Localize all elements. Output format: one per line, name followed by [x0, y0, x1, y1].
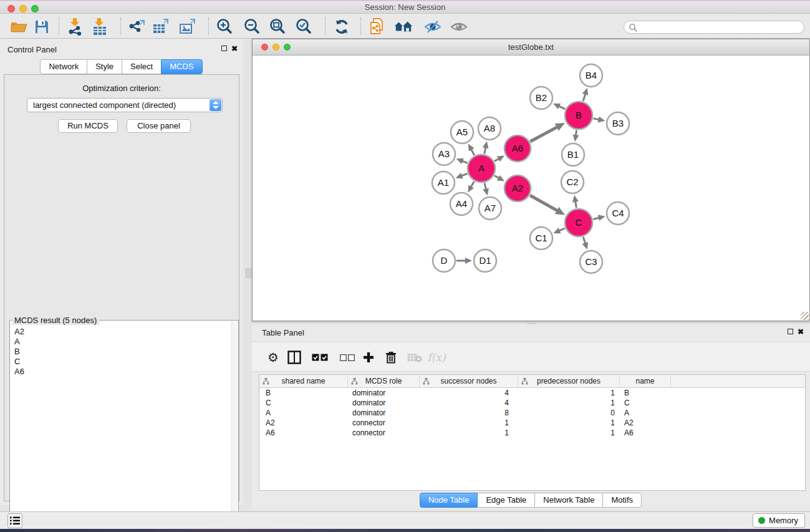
float-table-panel-icon[interactable]: [788, 329, 793, 334]
close-panel-icon[interactable]: ✖: [231, 46, 238, 52]
zoom-in-button[interactable]: [215, 17, 234, 36]
memory-label: Memory: [769, 516, 798, 525]
graph-node-label-B4: B4: [586, 70, 597, 80]
column-header-MCDS-role[interactable]: MCDS role: [348, 375, 420, 388]
tab-motifs[interactable]: Motifs: [602, 493, 642, 508]
import-network-button[interactable]: [66, 17, 85, 36]
export-table-button[interactable]: [152, 17, 170, 36]
control-panel-title: Control Panel: [7, 45, 57, 54]
eye-icon: [450, 20, 468, 34]
mcds-result-item[interactable]: B: [10, 347, 232, 357]
table-row[interactable]: Bdominator41B: [259, 389, 805, 399]
close-table-panel-icon[interactable]: ✖: [798, 329, 804, 335]
edge-A2-C[interactable]: [530, 195, 558, 211]
save-session-button[interactable]: [32, 17, 51, 36]
table-row[interactable]: A2connector11A2: [259, 418, 805, 428]
open-session-button[interactable]: [9, 17, 28, 36]
minimize-network-light[interactable]: [272, 44, 279, 51]
tab-mcds[interactable]: MCDS: [161, 59, 202, 74]
tab-network[interactable]: Network: [40, 59, 87, 74]
run-mcds-button[interactable]: Run MCDS: [58, 119, 118, 133]
zoom-selected-button[interactable]: [294, 17, 313, 36]
cell-name: A2: [620, 418, 671, 428]
zoom-window-light[interactable]: [31, 5, 39, 12]
delete-column-button[interactable]: [382, 348, 400, 367]
graph-node-label-B1: B1: [567, 149, 579, 160]
table-row[interactable]: Adominator80A: [259, 409, 805, 418]
mcds-list-scrollbar[interactable]: [231, 321, 238, 532]
export-image-button[interactable]: [178, 17, 197, 36]
zoom-selected-icon: [295, 18, 312, 36]
mcds-result-item[interactable]: A6: [10, 367, 232, 377]
column-header-shared-name[interactable]: shared name: [259, 375, 348, 388]
zoom-network-light[interactable]: [284, 44, 291, 51]
close-window-light[interactable]: [7, 5, 15, 12]
criterion-select[interactable]: largest connected component (directed): [27, 98, 223, 112]
search-input[interactable]: [640, 22, 799, 32]
tab-network-table[interactable]: Network Table: [534, 493, 603, 508]
mcds-result-list[interactable]: A2ABCA6: [10, 327, 232, 377]
panel-splitter-grip[interactable]: [246, 268, 251, 278]
delete-table-button[interactable]: [405, 348, 424, 367]
toolbar-separator: [59, 17, 59, 35]
minimize-window-light[interactable]: [19, 5, 27, 12]
search-field[interactable]: [624, 21, 804, 34]
tab-node-table[interactable]: Node Table: [420, 493, 478, 508]
window-resize-grip[interactable]: [801, 312, 809, 320]
network-graph[interactable]: B4B2BB3B1A5A8A6A3AA1A4A7A2C2CC4C1C3DD1: [253, 56, 809, 321]
zoom-out-button[interactable]: [243, 17, 261, 36]
home-button[interactable]: [394, 17, 413, 36]
graph-node-label-A8: A8: [484, 123, 495, 133]
mcds-result-box: MCDS result (5 nodes) A2ABCA6: [9, 320, 239, 532]
zoom-fit-button[interactable]: [268, 17, 287, 36]
apply-function-button[interactable]: f(x): [424, 348, 449, 367]
select-all-rows-button[interactable]: [311, 348, 329, 367]
edge-A6-B[interactable]: [530, 127, 557, 142]
show-graphics-details-button[interactable]: [450, 17, 468, 36]
column-header-successor-nodes[interactable]: successor nodes: [420, 375, 518, 388]
deselect-all-rows-button[interactable]: [338, 348, 357, 367]
tab-style[interactable]: Style: [87, 59, 122, 74]
mcds-result-item[interactable]: C: [10, 357, 232, 367]
cell-shared-name: C: [259, 399, 348, 409]
arrowhead-icon: [456, 158, 464, 164]
graph-node-label-D: D: [441, 255, 448, 266]
graph-node-label-A3: A3: [438, 148, 450, 159]
mcds-result-item[interactable]: A: [10, 337, 232, 347]
close-panel-button[interactable]: Close panel: [127, 119, 191, 133]
graph-node-label-A2: A2: [512, 183, 523, 193]
network-window-titlebar[interactable]: testGlobe.txt: [253, 39, 809, 56]
network-canvas[interactable]: B4B2BB3B1A5A8A6A3AA1A4A7A2C2CC4C1C3DD1: [253, 56, 809, 321]
column-header-predecessor-nodes[interactable]: predecessor nodes: [518, 375, 620, 388]
tab-select[interactable]: Select: [122, 59, 162, 74]
import-table-button[interactable]: [90, 17, 109, 36]
memory-button[interactable]: Memory: [753, 513, 805, 528]
column-header-name[interactable]: name: [620, 375, 671, 388]
show-column-panel-button[interactable]: [285, 348, 304, 367]
table-row[interactable]: A6connector11A6: [259, 428, 805, 438]
mcds-result-item[interactable]: A2: [10, 327, 232, 337]
close-network-light[interactable]: [261, 44, 268, 51]
graph-node-label-A: A: [478, 163, 485, 173]
float-panel-icon[interactable]: [221, 46, 227, 51]
table-row[interactable]: Cdominator41C: [259, 399, 805, 409]
cell-MCDS-role: dominator: [348, 399, 420, 409]
hide-graphics-details-button[interactable]: [423, 17, 442, 36]
zoom-out-icon: [243, 18, 261, 36]
clone-network-button[interactable]: [368, 17, 387, 36]
list-icon: [10, 516, 20, 525]
create-column-button[interactable]: [359, 348, 378, 367]
search-icon: [629, 23, 638, 32]
graph-node-label-C2: C2: [566, 177, 578, 187]
table-panel-title: Table Panel: [262, 328, 304, 337]
refresh-view-button[interactable]: [332, 17, 351, 36]
tab-edge-table[interactable]: Edge Table: [477, 493, 535, 508]
export-network-button[interactable]: [128, 17, 147, 36]
unchecked-boxes-icon: [340, 354, 355, 361]
optimization-criterion-label: Optimization criterion:: [4, 84, 239, 93]
task-history-button[interactable]: [7, 513, 22, 528]
control-panel-tabs: NetworkStyleSelectMCDS: [0, 59, 243, 74]
table-settings-button[interactable]: ⚙: [264, 348, 282, 367]
cell-name: C: [620, 399, 671, 409]
arrowhead-icon: [582, 242, 589, 249]
